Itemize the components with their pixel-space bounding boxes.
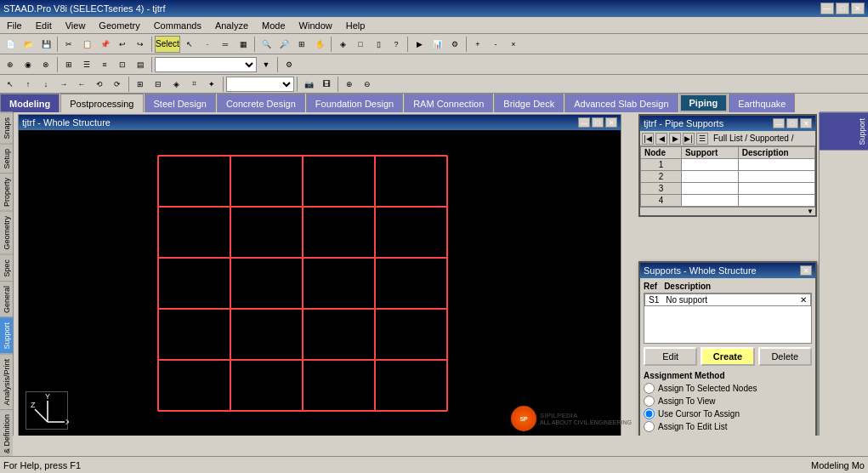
disp-btn-5[interactable]: ▤ bbox=[132, 56, 149, 73]
side-view-button[interactable]: ▯ bbox=[370, 36, 387, 53]
front-view-button[interactable]: □ bbox=[352, 36, 369, 53]
supports-close-button[interactable]: ✕ bbox=[800, 265, 812, 276]
node-button[interactable]: · bbox=[199, 36, 216, 53]
tool3-btn-6[interactable]: ⟲ bbox=[91, 76, 108, 93]
supports-list-area[interactable]: S1 No support ✕ bbox=[644, 293, 812, 344]
disp-btn-1[interactable]: ⊞ bbox=[60, 56, 77, 73]
ps-close-button[interactable]: ✕ bbox=[800, 118, 812, 128]
extra-button-3[interactable]: × bbox=[505, 36, 522, 53]
menu-file[interactable]: File bbox=[3, 20, 26, 31]
radio-assign-selected[interactable] bbox=[644, 383, 655, 394]
tool3-btn-3[interactable]: ↓ bbox=[37, 76, 54, 93]
redo-button[interactable]: ↪ bbox=[132, 36, 149, 53]
tool3-btn-2[interactable]: ↑ bbox=[20, 76, 37, 93]
zoom-in-button[interactable]: 🔍 bbox=[258, 36, 275, 53]
menu-mode[interactable]: Mode bbox=[258, 20, 289, 31]
tool3-btn-10[interactable]: ◈ bbox=[167, 76, 184, 93]
menu-help[interactable]: Help bbox=[343, 20, 369, 31]
diag-button[interactable]: ⚙ bbox=[446, 36, 463, 53]
copy-button[interactable]: 📋 bbox=[78, 36, 95, 53]
3d-view-button[interactable]: ◈ bbox=[334, 36, 351, 53]
menu-view[interactable]: View bbox=[62, 20, 89, 31]
run-button[interactable]: ▶ bbox=[411, 36, 428, 53]
snap-btn-2[interactable]: ◉ bbox=[20, 56, 37, 73]
delete-icon[interactable]: ✕ bbox=[800, 295, 807, 305]
sub-window-maximize[interactable]: □ bbox=[592, 117, 604, 128]
tab-concrete-design[interactable]: Concrete Design bbox=[217, 94, 305, 112]
select-button[interactable]: Select bbox=[155, 36, 180, 53]
extra-button-2[interactable]: - bbox=[487, 36, 504, 53]
pan-button[interactable]: ✋ bbox=[311, 36, 328, 53]
sub-window-close[interactable]: ✕ bbox=[605, 117, 617, 128]
tool3-btn-4[interactable]: → bbox=[55, 76, 72, 93]
vtab-spec[interactable]: Spec bbox=[0, 254, 13, 282]
toolbar-combo-2[interactable] bbox=[226, 77, 294, 92]
tab-modeling[interactable]: Modeling bbox=[0, 94, 60, 112]
ps-maximize-button[interactable]: □ bbox=[786, 118, 798, 128]
snap-btn-3[interactable]: ⊗ bbox=[37, 56, 54, 73]
tool3-btn-12[interactable]: ✦ bbox=[203, 76, 220, 93]
delete-button[interactable]: Delete bbox=[758, 347, 812, 366]
extra2-btn-1[interactable]: ⚙ bbox=[281, 56, 298, 73]
menu-edit[interactable]: Edit bbox=[32, 20, 55, 31]
extra-button-1[interactable]: + bbox=[469, 36, 486, 53]
menu-commands[interactable]: Commands bbox=[150, 20, 205, 31]
rvtab-support[interactable]: Support bbox=[820, 112, 868, 151]
open-button[interactable]: 📂 bbox=[20, 36, 37, 53]
undo-button[interactable]: ↩ bbox=[114, 36, 131, 53]
tool3-btn-5[interactable]: ← bbox=[73, 76, 90, 93]
supports-list-item-1[interactable]: S1 No support ✕ bbox=[644, 293, 811, 306]
vtab-property[interactable]: Property bbox=[0, 173, 13, 211]
post-button[interactable]: 📊 bbox=[428, 36, 445, 53]
ps-nav-next[interactable]: ▶ bbox=[669, 133, 681, 145]
tool3-extra-1[interactable]: ⊕ bbox=[341, 76, 358, 93]
tool3-cam-1[interactable]: 📷 bbox=[300, 76, 317, 93]
ps-nav-first[interactable]: |◀ bbox=[642, 133, 654, 145]
vtab-analysis-print[interactable]: Analysis/Print bbox=[0, 354, 13, 410]
edit-button[interactable]: Edit bbox=[644, 347, 697, 366]
vtab-setup[interactable]: Setup bbox=[0, 144, 13, 174]
tool3-btn-7[interactable]: ⟳ bbox=[109, 76, 126, 93]
ps-nav-last[interactable]: ▶| bbox=[683, 133, 695, 145]
vtab-general[interactable]: General bbox=[0, 281, 13, 317]
structure-canvas[interactable]: Y X Z bbox=[19, 130, 621, 436]
tab-bridge-deck[interactable]: Bridge Deck bbox=[494, 94, 564, 112]
menu-geometry[interactable]: Geometry bbox=[95, 20, 143, 31]
ps-scrollbar[interactable]: ▼ bbox=[640, 207, 815, 215]
zoom-all-button[interactable]: ⊞ bbox=[293, 36, 310, 53]
ps-nav-prev[interactable]: ◀ bbox=[655, 133, 667, 145]
maximize-button[interactable]: □ bbox=[836, 3, 849, 14]
tool3-cam-2[interactable]: 🎞 bbox=[318, 76, 335, 93]
radio-use-cursor[interactable] bbox=[644, 408, 655, 419]
disp-btn-3[interactable]: ≡ bbox=[96, 56, 113, 73]
tab-steel-design[interactable]: Steel Design bbox=[145, 94, 216, 112]
disp-btn-4[interactable]: ⊡ bbox=[114, 56, 131, 73]
cursor-button[interactable]: ↖ bbox=[181, 36, 198, 53]
radio-assign-view[interactable] bbox=[644, 396, 655, 407]
sub-window-minimize[interactable]: — bbox=[578, 117, 590, 128]
dropdown-btn[interactable]: ▼ bbox=[258, 56, 275, 73]
tool3-btn-9[interactable]: ⊟ bbox=[150, 76, 167, 93]
vtab-snaps[interactable]: Snaps bbox=[0, 112, 13, 144]
vtab-support[interactable]: Support bbox=[0, 317, 13, 354]
menu-window[interactable]: Window bbox=[296, 20, 336, 31]
minimize-button[interactable]: — bbox=[820, 3, 834, 14]
ps-minimize-button[interactable]: — bbox=[773, 118, 785, 128]
beam-button[interactable]: ═ bbox=[217, 36, 234, 53]
help-button[interactable]: ? bbox=[388, 36, 405, 53]
snap-btn-1[interactable]: ⊕ bbox=[2, 56, 19, 73]
toolbar-dropdown[interactable] bbox=[155, 57, 257, 72]
vtab-geometry[interactable]: Geometry bbox=[0, 211, 13, 254]
new-button[interactable]: 📄 bbox=[2, 36, 19, 53]
save-button[interactable]: 💾 bbox=[37, 36, 54, 53]
zoom-out-button[interactable]: 🔎 bbox=[275, 36, 292, 53]
tab-advanced-slab[interactable]: Advanced Slab Design bbox=[564, 94, 678, 112]
radio-assign-edit-list[interactable] bbox=[644, 421, 655, 432]
create-button[interactable]: Create bbox=[701, 347, 754, 366]
tool3-btn-11[interactable]: ⌗ bbox=[185, 76, 202, 93]
tab-piping[interactable]: Piping bbox=[679, 94, 729, 112]
tab-earthquake[interactable]: Earthquake bbox=[729, 94, 795, 112]
menu-analyze[interactable]: Analyze bbox=[212, 20, 252, 31]
tab-foundation-design[interactable]: Foundation Design bbox=[306, 94, 403, 112]
plate-button[interactable]: ▦ bbox=[235, 36, 252, 53]
